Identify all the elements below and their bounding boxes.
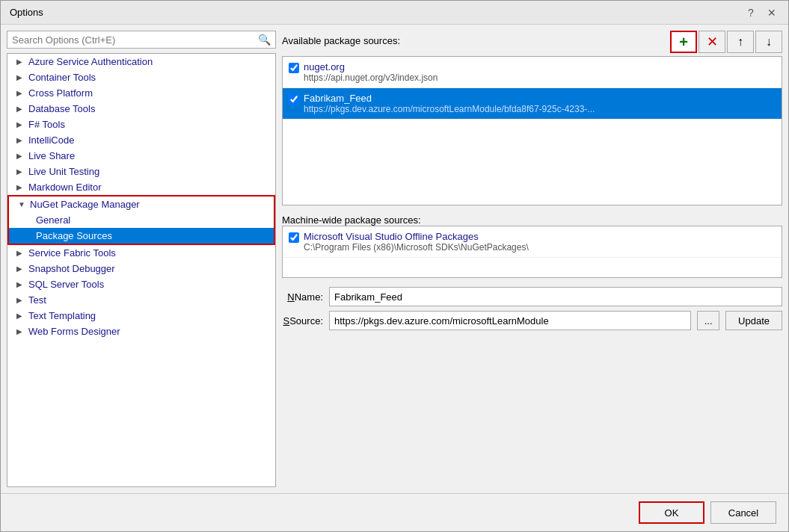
available-sources-label: Available package sources:: [282, 35, 400, 46]
sidebar-item-database-tools[interactable]: ▶ Database Tools: [7, 101, 275, 117]
source-item-nuget[interactable]: nuget.org https://api.nuget.org/v3/index…: [283, 57, 782, 88]
down-arrow-icon: ↓: [766, 35, 772, 49]
toolbar: + ✕ ↑ ↓: [670, 31, 782, 53]
sidebar-item-live-share[interactable]: ▶ Live Share: [7, 148, 275, 164]
ok-button[interactable]: OK: [639, 501, 704, 524]
move-up-button[interactable]: ↑: [727, 31, 754, 53]
update-button[interactable]: Update: [725, 311, 782, 330]
left-panel: 🔍 ▶ Azure Service Authentication ▶ Conta…: [7, 31, 276, 487]
expand-arrow: ▶: [16, 312, 25, 320]
move-down-button[interactable]: ↓: [755, 31, 782, 53]
expand-arrow: ▶: [16, 73, 25, 81]
source-name-nuget: nuget.org: [304, 61, 438, 72]
sidebar-item-label: Live Share: [28, 150, 75, 161]
source-url-nuget: https://api.nuget.org/v3/index.json: [304, 72, 438, 83]
expand-arrow: ▶: [16, 136, 25, 144]
source-checkbox-vs-offline[interactable]: [289, 232, 299, 243]
machine-sources-label: Machine-wide package sources:: [282, 214, 421, 226]
cancel-button[interactable]: Cancel: [710, 501, 776, 524]
sidebar-item-label: F# Tools: [28, 119, 65, 130]
sidebar-item-general[interactable]: General: [9, 212, 274, 228]
sidebar-item-label: Live Unit Testing: [28, 166, 99, 177]
sidebar-item-markdown-editor[interactable]: ▶ Markdown Editor: [7, 179, 275, 195]
tree-scroll: ▶ Azure Service Authentication ▶ Contain…: [7, 54, 275, 339]
title-bar: Options ? ✕: [1, 1, 788, 25]
expand-arrow: ▶: [16, 183, 25, 191]
sidebar-item-package-sources[interactable]: Package Sources: [9, 228, 274, 244]
sidebar-item-label: Service Fabric Tools: [28, 247, 116, 259]
sidebar-item-label: Snapshot Debugger: [28, 263, 115, 274]
title-bar-right: ? ✕: [743, 5, 779, 20]
sidebar-item-container-tools[interactable]: ▶ Container Tools: [7, 69, 275, 85]
source-name-fabrikam: Fabrikam_Feed: [304, 93, 595, 104]
name-field-row: NName:: [282, 287, 782, 306]
expand-arrow: ▶: [16, 265, 25, 273]
expand-arrow: ▶: [16, 58, 25, 66]
sidebar-item-service-fabric-tools[interactable]: ▶ Service Fabric Tools: [7, 245, 275, 261]
machine-sources-section: Machine-wide package sources: Microsoft …: [282, 214, 782, 278]
sidebar-item-nuget-package-manager[interactable]: ▼ NuGet Package Manager: [9, 197, 274, 212]
available-sources-section: Available package sources: + ✕ ↑ ↓: [282, 31, 782, 205]
source-item-fabrikam[interactable]: Fabrikam_Feed https://pkgs.dev.azure.com…: [283, 88, 782, 120]
sidebar-item-fsharp-tools[interactable]: ▶ F# Tools: [7, 117, 275, 132]
expand-arrow: ▶: [16, 152, 25, 160]
browse-button[interactable]: ...: [697, 311, 719, 330]
sidebar-item-label: Web Forms Designer: [28, 326, 120, 337]
sidebar-item-label: Database Tools: [28, 103, 95, 114]
search-icon: 🔍: [258, 34, 271, 46]
expand-arrow: ▶: [16, 280, 25, 288]
right-panel: Available package sources: + ✕ ↑ ↓: [282, 31, 782, 487]
source-checkbox-nuget[interactable]: [289, 63, 299, 73]
dialog-body: 🔍 ▶ Azure Service Authentication ▶ Conta…: [1, 25, 788, 493]
sidebar-item-text-templating[interactable]: ▶ Text Templating: [7, 308, 275, 324]
tree-container: ▶ Azure Service Authentication ▶ Contain…: [7, 53, 276, 487]
close-button[interactable]: ✕: [764, 5, 779, 20]
source-input[interactable]: [329, 311, 691, 330]
help-button[interactable]: ?: [743, 5, 758, 20]
source-item-vs-offline[interactable]: Microsoft Visual Studio Offline Packages…: [283, 226, 782, 258]
sidebar-item-label: IntelliCode: [28, 134, 74, 146]
dialog-title: Options: [10, 7, 43, 18]
source-field-row: SSource: ... Update: [282, 311, 782, 330]
search-box: 🔍: [7, 31, 276, 49]
dialog-footer: OK Cancel: [1, 493, 788, 531]
expand-arrow: ▼: [18, 200, 27, 208]
machine-sources-list: Microsoft Visual Studio Offline Packages…: [282, 226, 782, 278]
expand-arrow: ▶: [16, 167, 25, 176]
name-source-section: NName: SSource: ... Update: [282, 287, 782, 330]
sidebar-item-label: SQL Server Tools: [28, 279, 104, 290]
sidebar-item-live-unit-testing[interactable]: ▶ Live Unit Testing: [7, 164, 275, 179]
source-underline: S: [283, 315, 290, 327]
up-arrow-icon: ↑: [737, 35, 743, 49]
source-name-vs-offline: Microsoft Visual Studio Offline Packages: [304, 231, 529, 242]
expand-arrow: ▶: [16, 327, 25, 335]
sidebar-item-label: NuGet Package Manager: [30, 199, 140, 210]
sidebar-item-intellicode[interactable]: ▶ IntelliCode: [7, 132, 275, 148]
sidebar-child-label: General: [36, 214, 70, 226]
add-source-button[interactable]: +: [670, 31, 697, 53]
remove-source-button[interactable]: ✕: [699, 31, 725, 53]
sidebar-item-snapshot-debugger[interactable]: ▶ Snapshot Debugger: [7, 261, 275, 276]
expand-arrow: ▶: [16, 249, 25, 257]
name-input[interactable]: [329, 287, 782, 306]
sidebar-item-label: Markdown Editor: [28, 182, 102, 193]
expand-arrow: ▶: [16, 296, 25, 304]
source-url-fabrikam: https://pkgs.dev.azure.com/microsoftLear…: [304, 104, 595, 114]
sidebar-item-web-forms-designer[interactable]: ▶ Web Forms Designer: [7, 324, 275, 339]
sidebar-child-label: Package Sources: [36, 230, 112, 241]
source-checkbox-fabrikam[interactable]: [289, 94, 299, 105]
sidebar-item-cross-platform[interactable]: ▶ Cross Platform: [7, 85, 275, 101]
sidebar-item-azure-service-auth[interactable]: ▶ Azure Service Authentication: [7, 54, 275, 69]
title-bar-left: Options: [10, 7, 43, 18]
name-underline: N: [287, 291, 294, 303]
source-label: SSource:: [282, 315, 323, 327]
sidebar-item-label: Test: [28, 294, 46, 306]
source-info-fabrikam: Fabrikam_Feed https://pkgs.dev.azure.com…: [304, 93, 595, 114]
source-info-vs-offline: Microsoft Visual Studio Offline Packages…: [304, 231, 529, 253]
sidebar-item-test[interactable]: ▶ Test: [7, 292, 275, 308]
options-dialog: Options ? ✕ 🔍 ▶ Azure Service Authentica…: [0, 0, 789, 532]
search-input[interactable]: [12, 34, 255, 46]
source-info-nuget: nuget.org https://api.nuget.org/v3/index…: [304, 61, 438, 83]
sidebar-item-sql-server-tools[interactable]: ▶ SQL Server Tools: [7, 276, 275, 292]
x-icon: ✕: [707, 34, 718, 50]
